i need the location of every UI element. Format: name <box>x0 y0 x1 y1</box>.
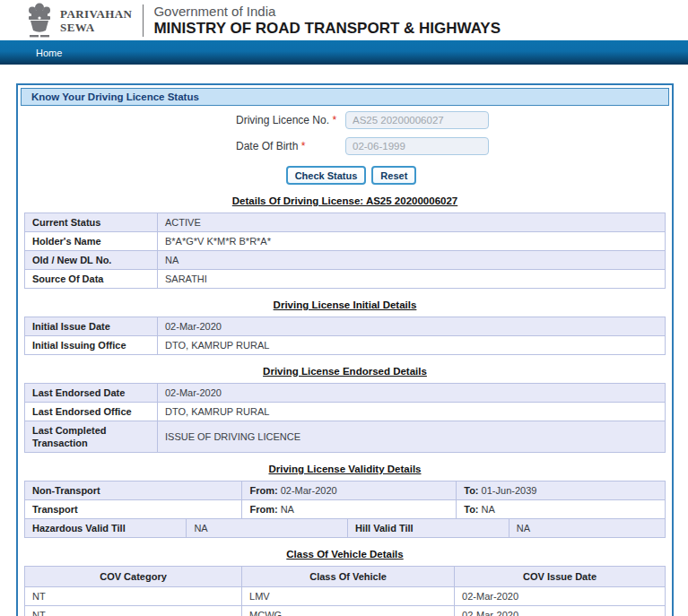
validity-from-cell: From: 02-Mar-2020 <box>242 482 457 499</box>
main-navbar: Home <box>0 40 688 65</box>
validity-details-table: Non-Transport From: 02-Mar-2020 To: 01-J… <box>24 481 666 538</box>
table-row: Initial Issue Date 02-Mar-2020 <box>25 317 666 336</box>
dob-label-text: Date Of Birth <box>236 140 298 152</box>
required-asterisk: * <box>332 114 336 126</box>
row-label: Hazardous Valid Till <box>25 519 187 537</box>
table-row: NT MCWG 02-Mar-2020 <box>25 606 666 616</box>
site-header: PARIVAHAN SEWA Government of India MINIS… <box>0 0 688 40</box>
row-label: Holder's Name <box>25 232 158 251</box>
to-value: NA <box>482 504 495 515</box>
row-label: Transport <box>25 500 242 518</box>
row-label: Current Status <box>25 213 158 232</box>
table-row: Holder's Name B*A*G*V K*M*R B*R*A* <box>25 232 666 251</box>
dob-label: Date Of Birth * <box>236 140 345 152</box>
details-heading: Details Of Driving License: AS25 2020000… <box>24 195 666 206</box>
row-value: 02-Mar-2020 <box>158 317 666 336</box>
endorsed-details-table: Last Endorsed Date 02-Mar-2020 Last Endo… <box>24 383 666 453</box>
cov-category-cell: NT <box>25 606 242 616</box>
table-header-row: COV Category Class Of Vehicle COV Issue … <box>25 567 666 587</box>
details-table: Current Status ACTIVE Holder's Name B*A*… <box>24 213 666 289</box>
table-row: Old / New DL No. NA <box>25 251 666 270</box>
ministry-title: MINISTRY OF ROAD TRANSPORT & HIGHWAYS <box>153 19 501 38</box>
table-row: Transport From: NA To: NA <box>25 499 665 518</box>
row-label: Hill Valid Till <box>348 519 509 537</box>
brand-line1: PARIVAHAN <box>60 7 132 21</box>
cov-class-cell: LMV <box>242 587 455 606</box>
header-divider <box>143 4 144 37</box>
brand-wordmark: PARIVAHAN SEWA <box>60 7 132 34</box>
row-label: Initial Issuing Office <box>25 336 158 355</box>
to-value: 01-Jun-2039 <box>482 485 537 496</box>
table-row: Hazardous Valid Till NA Hill Valid Till … <box>25 518 665 537</box>
validity-to-cell: To: NA <box>457 500 665 518</box>
row-value: B*A*G*V K*M*R B*R*A* <box>158 232 666 251</box>
row-value: ACTIVE <box>158 213 666 232</box>
dl-number-label-text: Driving Licence No. <box>236 114 329 126</box>
page-title: Know Your Driving Licence Status <box>21 88 669 106</box>
column-header: COV Category <box>25 567 242 587</box>
from-value: NA <box>281 504 294 515</box>
row-label: Source Of Data <box>25 270 158 289</box>
column-header: Class Of Vehicle <box>242 567 455 587</box>
to-prefix: To: <box>464 485 478 496</box>
content-panel: Know Your Driving Licence Status Driving… <box>16 83 674 616</box>
table-row: Source Of Data SARATHI <box>25 270 666 289</box>
dob-row: Date Of Birth * <box>24 137 666 155</box>
from-prefix: From: <box>249 485 277 496</box>
row-label: Last Endorsed Date <box>25 384 158 403</box>
validity-to-cell: To: 01-Jun-2039 <box>457 482 665 499</box>
column-header: COV Issue Date <box>455 567 666 587</box>
brand-line2: SEWA <box>60 21 132 34</box>
row-value: DTO, KAMRUP RURAL <box>158 336 666 355</box>
dl-number-input[interactable] <box>345 111 489 129</box>
initial-details-heading: Driving License Initial Details <box>24 299 666 310</box>
table-row: Last Completed Transaction ISSUE OF DRIV… <box>25 421 666 453</box>
government-title: Government of India <box>153 4 501 19</box>
row-value: DTO, KAMRUP RURAL <box>158 403 666 421</box>
row-label: Last Completed Transaction <box>25 421 158 453</box>
table-row: NT LMV 02-Mar-2020 <box>25 587 666 606</box>
table-row: Initial Issuing Office DTO, KAMRUP RURAL <box>25 336 666 355</box>
from-value: 02-Mar-2020 <box>281 485 337 496</box>
spacer <box>0 65 688 83</box>
row-value: ISSUE OF DRIVING LICENCE <box>158 421 666 453</box>
cov-issue-date-cell: 02-Mar-2020 <box>455 606 666 616</box>
cov-class-cell: MCWG <box>242 606 455 616</box>
validity-from-cell: From: NA <box>242 500 457 518</box>
row-label: Non-Transport <box>25 482 242 499</box>
dl-number-label: Driving Licence No. * <box>236 114 345 126</box>
table-row: Current Status ACTIVE <box>25 213 666 232</box>
reset-button[interactable]: Reset <box>371 166 416 185</box>
validity-details-heading: Driving License Validity Details <box>24 464 666 474</box>
table-row: Last Endorsed Date 02-Mar-2020 <box>25 384 666 403</box>
dl-number-row: Driving Licence No. * <box>24 111 666 129</box>
row-value: 02-Mar-2020 <box>158 384 666 403</box>
row-label: Initial Issue Date <box>25 317 158 336</box>
row-value: NA <box>187 519 348 537</box>
cov-heading: Class Of Vehicle Details <box>24 549 666 560</box>
table-row: Non-Transport From: 02-Mar-2020 To: 01-J… <box>25 482 665 499</box>
initial-details-table: Initial Issue Date 02-Mar-2020 Initial I… <box>24 317 666 355</box>
dob-input[interactable] <box>345 137 489 155</box>
to-prefix: To: <box>464 504 478 515</box>
row-value: NA <box>158 251 666 270</box>
nav-home-link[interactable]: Home <box>36 48 62 58</box>
row-label: Old / New DL No. <box>25 251 158 270</box>
required-asterisk: * <box>301 140 306 152</box>
row-value: SARATHI <box>158 270 666 289</box>
cov-category-cell: NT <box>25 587 242 606</box>
cov-table: COV Category Class Of Vehicle COV Issue … <box>24 566 666 616</box>
row-label: Last Endorsed Office <box>25 403 158 421</box>
cov-issue-date-cell: 02-Mar-2020 <box>455 587 666 606</box>
table-row: Last Endorsed Office DTO, KAMRUP RURAL <box>25 403 666 421</box>
endorsed-details-heading: Driving License Endorsed Details <box>24 366 666 377</box>
row-value: NA <box>509 519 665 537</box>
national-emblem-icon <box>26 2 53 39</box>
from-prefix: From: <box>249 504 277 515</box>
check-status-button[interactable]: Check Status <box>286 166 367 185</box>
